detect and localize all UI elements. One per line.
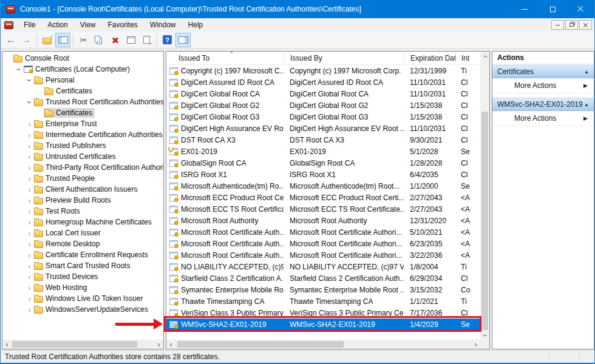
list-horizontal-scrollbar[interactable]: ‹ › [166,340,480,349]
show-console-tree-button[interactable] [55,33,70,47]
menu-window[interactable]: Window [144,18,182,32]
cert-row-ex01-2019[interactable]: EX01-2019EX01-20195/1/2028Se [166,146,489,157]
cert-row-globalsign-root-ca[interactable]: GlobalSign Root CAGlobalSign Root CA1/28… [166,157,489,169]
tree-item-trusted-root-certification-authorities[interactable]: ›Trusted Root Certification Authorities [2,96,163,107]
copy-button[interactable] [92,33,107,47]
tree-item-personal[interactable]: ›Personal [2,75,163,86]
tree-item-smart-card-trusted-roots[interactable]: ›Smart Card Trusted Roots [2,260,163,271]
cert-row-symantec-enterprise-mobile-ro[interactable]: Symantec Enterprise Mobile Ro...Symantec… [166,284,489,295]
minimize-button[interactable] [511,0,539,18]
column-header-issued-by[interactable]: Issued By [284,52,404,64]
action-item-more-actions[interactable]: More Actions▶ [492,111,594,126]
tree-item-certificates[interactable]: Certificates [2,107,163,118]
forward-button[interactable]: → [19,33,34,47]
chevron-right-icon[interactable]: › [25,240,33,248]
column-header-issued-to[interactable]: Issued To^ [166,52,284,64]
cert-row-starfield-class-2-certification-a[interactable]: Starfield Class 2 Certification A...Star… [166,272,489,284]
tree-item-windows-live-id-token-issuer[interactable]: ›Windows Live ID Token Issuer [2,293,163,304]
list-vertical-scrollbar[interactable]: › › [480,52,489,340]
cert-row-microsoft-root-authority[interactable]: Microsoft Root AuthorityMicrosoft Root A… [166,215,489,226]
menu-file[interactable]: File [18,18,41,32]
cert-row-microsoft-root-certificate-auth[interactable]: Microsoft Root Certificate Auth...Micros… [166,249,489,261]
list-scroll-thumb[interactable] [177,341,344,348]
cert-row-microsoft-ecc-ts-root-certifica[interactable]: Microsoft ECC TS Root Certifica...Micros… [166,203,489,215]
delete-button[interactable] [107,33,123,47]
chevron-right-icon[interactable]: › [25,207,33,215]
tree-item-enterprise-trust[interactable]: ›Enterprise Trust [2,118,163,129]
tree-item-console-root[interactable]: Console Root [2,53,163,64]
tree-item-trusted-publishers[interactable]: ›Trusted Publishers [2,140,163,151]
cert-row-digicert-global-root-ca[interactable]: DigiCert Global Root CADigiCert Global R… [166,88,489,99]
actions-section-header-certificates[interactable]: Certificates▲ [492,65,594,78]
show-action-pane-button[interactable] [175,33,191,47]
chevron-right-icon[interactable]: › [25,164,33,172]
tree-item-windowsserverupdateservices[interactable]: ›WindowsServerUpdateServices [2,304,163,315]
cert-row-microsoft-root-certificate-auth[interactable]: Microsoft Root Certificate Auth...Micros… [166,238,489,249]
tree-item-web-hosting[interactable]: ›Web Hosting [2,282,163,293]
close-button[interactable] [566,0,594,18]
scroll-left-icon[interactable]: ‹ [2,340,12,349]
mdi-close-button[interactable] [579,20,592,30]
mdi-minimize-button[interactable] [551,20,564,30]
cert-row-no-liability-accepted-c-97[interactable]: NO LIABILITY ACCEPTED, (c)97 ...NO LIABI… [166,261,489,272]
chevron-right-icon[interactable]: › [25,251,33,259]
cert-row-digicert-global-root-g3[interactable]: DigiCert Global Root G3DigiCert Global R… [166,111,489,123]
export-list-button[interactable] [139,33,154,47]
maximize-button[interactable] [539,0,566,18]
menu-help[interactable]: Help [182,18,209,32]
scroll-left-icon[interactable]: ‹ [166,340,175,349]
chevron-right-icon[interactable]: › [25,197,33,204]
cert-row-microsoft-root-certificate-auth[interactable]: Microsoft Root Certificate Auth...Micros… [166,226,489,238]
tree-item-certificate-enrollment-requests[interactable]: ›Certificate Enrollment Requests [2,249,163,260]
tree-item-third-party-root-certification-authorities[interactable]: ›Third-Party Root Certification Authorit… [2,162,163,173]
scroll-right-icon[interactable]: › [471,340,480,349]
chevron-right-icon[interactable]: › [25,175,33,183]
tree-item-untrusted-certificates[interactable]: ›Untrusted Certificates [2,151,163,162]
tree-item-intermediate-certification-authorities[interactable]: ›Intermediate Certification Authorities [2,129,163,140]
cert-row-microsoft-authenticode-tm-ro[interactable]: Microsoft Authenticode(tm) Ro...Microsof… [166,180,489,192]
tree-item-trusted-people[interactable]: ›Trusted People [2,173,163,184]
scroll-down-icon[interactable]: › [480,331,489,340]
collapse-caret-icon[interactable]: ▲ [584,102,589,107]
chevron-right-icon[interactable]: › [25,120,33,128]
menu-favorites[interactable]: Favorites [102,18,144,32]
tree-item-trusted-devices[interactable]: ›Trusted Devices [2,271,163,282]
chevron-down-icon[interactable]: › [15,66,23,73]
chevron-right-icon[interactable]: › [25,284,33,292]
tree-item-certificates-local-computer[interactable]: ›Certificates (Local Computer) [2,64,163,75]
chevron-right-icon[interactable]: › [25,295,33,303]
cert-row-thawte-timestamping-ca[interactable]: Thawte Timestamping CAThawte Timestampin… [166,295,489,307]
tree-item-certificates[interactable]: Certificates [2,86,163,96]
back-button[interactable]: ← [3,33,18,47]
tree-item-client-authentication-issuers[interactable]: ›Client Authentication Issuers [2,184,163,195]
cert-row-verisign-class-3-public-primary[interactable]: VeriSign Class 3 Public Primary ...VeriS… [166,307,489,318]
properties-button[interactable] [123,33,138,47]
mdi-restore-button[interactable] [565,20,578,30]
chevron-right-icon[interactable]: › [25,218,33,226]
tree-item-test-roots[interactable]: ›Test Roots [2,206,163,217]
chevron-down-icon[interactable]: › [25,76,33,84]
action-item-more-actions[interactable]: More Actions▶ [492,78,594,93]
chevron-down-icon[interactable]: › [25,98,33,106]
scroll-up-icon[interactable]: › [480,52,489,61]
list-vscroll-thumb[interactable] [481,112,488,330]
tree-scroll-thumb[interactable] [12,341,137,348]
tree-item-remote-desktop[interactable]: ›Remote Desktop [2,238,163,249]
cert-row-microsoft-ecc-product-root-ce[interactable]: Microsoft ECC Product Root Ce...Microsof… [166,192,489,203]
cert-row-copyright-c-1997-microsoft-c[interactable]: Copyright (c) 1997 Microsoft C...Copyrig… [166,65,489,76]
cert-row-wmsvc-sha2-ex01-2019[interactable]: WMSvc-SHA2-EX01-2019WMSvc-SHA2-EX01-2019… [166,318,489,330]
menu-action[interactable]: Action [41,18,73,32]
cert-row-isrg-root-x1[interactable]: ISRG Root X1ISRG Root X16/4/2035Cl [166,169,489,180]
cert-row-digicert-assured-id-root-ca[interactable]: DigiCert Assured ID Root CADigiCert Assu… [166,76,489,88]
menu-view[interactable]: View [74,18,102,32]
column-header-expiration-date[interactable]: Expiration Date [404,52,455,64]
chevron-right-icon[interactable]: › [25,186,33,194]
cert-row-dst-root-ca-x3[interactable]: DST Root CA X3DST Root CA X39/30/2021Cl [166,134,489,146]
chevron-right-icon[interactable]: › [25,131,33,139]
collapse-caret-icon[interactable]: ▲ [584,69,589,75]
chevron-right-icon[interactable]: › [25,273,33,281]
chevron-right-icon[interactable]: › [25,229,33,237]
cert-row-digicert-global-root-g2[interactable]: DigiCert Global Root G2DigiCert Global R… [166,99,489,111]
chevron-right-icon[interactable]: › [25,153,33,161]
cert-row-digicert-high-assurance-ev-ro[interactable]: DigiCert High Assurance EV Ro...DigiCert… [166,123,489,134]
